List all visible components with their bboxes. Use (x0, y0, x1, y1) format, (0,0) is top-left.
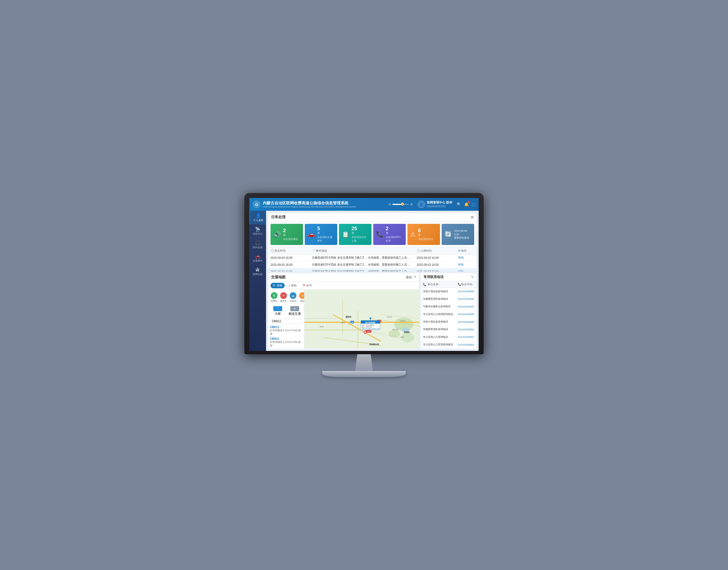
stop-icon: 🚌 (290, 292, 297, 299)
stat-info-daily: 25 条 未处理的日常上报 (351, 226, 369, 243)
stat-card-complaint[interactable]: ⚠ 6 条 未处理的投诉 (407, 224, 440, 245)
toll-label: 收费站 (271, 299, 278, 302)
route-icon: ↗ (288, 284, 290, 287)
sidebar-item-home[interactable]: 👤 个人桌面 (249, 211, 266, 224)
contact-name: 市统计局信息咨询电话 (421, 318, 456, 326)
search-icon: 🔍 (273, 284, 276, 287)
contact-row: 市建委受居民咨询电话 010-63334950 (421, 326, 477, 333)
filter-hub[interactable]: ⊕ 枢纽互通 (287, 305, 303, 317)
toll-icon: $ (271, 292, 278, 299)
monitor-stand (353, 354, 375, 371)
map-panel: 交通地图 删除 ✎ 🔍 搜索 (268, 273, 419, 349)
panel-expand-icon[interactable]: ⊞ (471, 215, 474, 219)
marker-icon: 📍 (302, 284, 306, 287)
watermark: 1an1a (350, 343, 378, 352)
contact-row: 市公安局人口管理咨询电话 010-63334948 (421, 311, 477, 318)
filter-toll[interactable]: $ 收费站 (270, 291, 278, 303)
hub-label: 枢纽互通 (289, 312, 301, 316)
hub-icon: ⊕ (290, 306, 299, 311)
stat-card-traffic[interactable]: 🚗 5 条 未处理的交通事件 (305, 224, 337, 245)
daily-panel: 日常处理 ⊞ 🔊 2 (268, 213, 477, 271)
contacts-header: 常用联系电话 ✎ (421, 273, 477, 281)
daily-panel-header: 日常处理 ⊞ (268, 213, 477, 222)
row-time2: 2015-09-03 16:00 (414, 254, 456, 261)
app-subtitle: Inner Mongolia Autonomous Region Network… (263, 206, 356, 208)
header-right: 小 大 👤 联网管理中心 胜华 2015年05月31日 (388, 201, 475, 208)
filter-stop[interactable]: 🚌 泊超站 (289, 291, 297, 303)
svg-text:在附近找 收费站 服务区 医院: 在附近找 收费站 服务区 医院 (362, 328, 380, 329)
map-tab-route[interactable]: ↗ 路线 (286, 283, 299, 288)
stat-cards: 🔊 2 条 未处理的通知 🚗 (268, 222, 477, 247)
slider-thumb (401, 203, 404, 206)
filter-service[interactable]: ✂ 服务区 (280, 291, 288, 303)
row-desc: 京藏高速K20 K35处 发生交通管制【施工】，水管破裂，需紧急组织施工人员抢修… (310, 254, 414, 261)
contact-name: 市公安局人口管理咨询电话 (421, 311, 456, 318)
search-icon-btn[interactable]: 🔍 (457, 202, 462, 207)
contact-row: 市公安局人口管理咨询电话 010-63334952 (421, 341, 477, 348)
stat-info-complaint: 6 条 未处理的投诉 (418, 228, 433, 241)
incident-item-1[interactable]: CMS11 虹祥夹隧道上行K22+965:故障 (270, 326, 303, 336)
incident-title-1: CMS11 (270, 326, 303, 329)
stat-count-daily: 25 (351, 226, 369, 231)
contacts-col-phone: 📞电话号码 (456, 281, 477, 288)
contacts-edit-icon[interactable]: ✎ (471, 275, 474, 279)
contact-phone: 010-63334948 (456, 311, 477, 318)
sidebar-item-call[interactable]: 🎧 呼叫坐席 (249, 238, 266, 252)
stat-card-notification[interactable]: 🔊 2 条 未处理的通知 (270, 224, 303, 245)
map-toolbar: 🔍 搜索 ↗ 路线 📍 标号 (268, 282, 419, 290)
incident-desc-1: 虹祥夹隧道上行K22+965:故障 (270, 329, 303, 336)
app-title: 内蒙古自治区联网收费高速公路综合信息管理系统 (263, 201, 356, 206)
map-tab-marker[interactable]: 📍 标号 (300, 283, 314, 288)
contact-phone: 010-63334949 (456, 318, 477, 326)
map-canvas[interactable]: 109 110 G109 副民区 巧家村 (305, 290, 419, 349)
stat-info-call: 2 条 未处理的呼叫处理 (386, 226, 403, 243)
user-name: 联网管理中心 胜华 (427, 201, 452, 205)
stat-card-daily[interactable]: 📋 25 条 未处理的日常上报 (339, 224, 371, 245)
row-action[interactable]: 审阅 (456, 261, 477, 268)
contact-phone: 010-63334947 (456, 303, 477, 310)
notification-icon-btn[interactable]: 🔔 (464, 202, 469, 207)
row-action[interactable]: 审阅 (456, 254, 477, 261)
app-header: G 内蒙古自治区联网收费高速公路综合信息管理系统 Inner Mongolia … (249, 198, 479, 211)
sidebar: 👤 个人桌面 📡 信息中心 🎧 呼叫坐席 🚗 (249, 211, 266, 351)
stat-count-complaint: 6 (418, 228, 433, 233)
incident-desc-2: 虹祥夹隧道上行K22+965:故障 (270, 340, 303, 347)
stat-card-update[interactable]: 🔄 2015-09-08 8:30更新综合路况 (441, 224, 474, 245)
brightness-slider[interactable]: 小 大 (388, 203, 413, 206)
sidebar-item-traffic[interactable]: 🚗 交通事件 (249, 251, 266, 265)
main-content: 日常处理 ⊞ 🔊 2 (266, 211, 479, 351)
stat-label-traffic: 未处理的交通事件 (317, 236, 335, 243)
stat-card-call[interactable]: 📞 2 条 未处理的呼叫处理 (373, 224, 406, 245)
contact-name: 气象综合服务台咨询电话 (421, 303, 456, 310)
map-edit-icon[interactable]: ✎ (414, 275, 416, 279)
map-tab-search[interactable]: 🔍 搜索 (270, 283, 285, 288)
stop-label: 泊超站 (290, 299, 297, 302)
stat-icon-notification: 🔊 (273, 231, 281, 238)
user-date: 2015年05月31日 (427, 205, 452, 208)
map-search-input[interactable] (272, 320, 305, 323)
sidebar-item-network[interactable]: 🛣 路网运监 (249, 265, 266, 278)
sidebar-item-info[interactable]: 📡 信息中心 (249, 224, 266, 238)
stat-unit-complaint: 条 (418, 233, 433, 237)
map-delete-btn[interactable]: 删除 (406, 275, 412, 279)
contact-row: 气象综合服务台咨询电话 010-63334947 (421, 303, 477, 310)
row-action[interactable]: 审阅 (456, 268, 477, 272)
map-title: 交通地图 (271, 275, 286, 280)
table-row: 2015-09-03 16:00 京藏高速K20 K35处 发生交通管制【施工】… (268, 254, 477, 261)
stat-unit-notification: 条 (283, 233, 298, 237)
incident-item-2[interactable]: CMS11 虹祥夹隧道上行K22+965:故障 (270, 337, 303, 347)
header-title-block: 内蒙古自治区联网收费高速公路综合信息管理系统 Inner Mongolia Au… (263, 201, 356, 208)
daily-table: 🕐发生时间 📄事件描述 🕐上报时间 ⚙操作 2015-09-03 16:00 京… (268, 247, 477, 271)
contact-name: 市建委受居民咨询电话 (421, 326, 456, 333)
svg-text:G209: G209 (367, 331, 370, 332)
filter-bridge[interactable]: ⌒ 大桥 (270, 305, 286, 317)
tunnel-label: 隧道 (300, 299, 305, 302)
logout-icon-btn[interactable]: ⬚ (472, 202, 475, 207)
contacts-table: 📞单位名称 📞电话号码 市统计局信息咨询电话 (421, 281, 477, 349)
header-logo: G 内蒙古自治区联网收费高速公路综合信息管理系统 Inner Mongolia … (253, 201, 356, 208)
sidebar-icon-home: 👤 (255, 213, 261, 218)
filter-tunnel[interactable]: ≡ 隧道 (298, 291, 305, 303)
stat-info-notification: 2 条 未处理的通知 (283, 228, 298, 241)
map-search-box[interactable]: 🔍 (270, 319, 303, 324)
col-action: ⚙操作 (456, 248, 477, 254)
